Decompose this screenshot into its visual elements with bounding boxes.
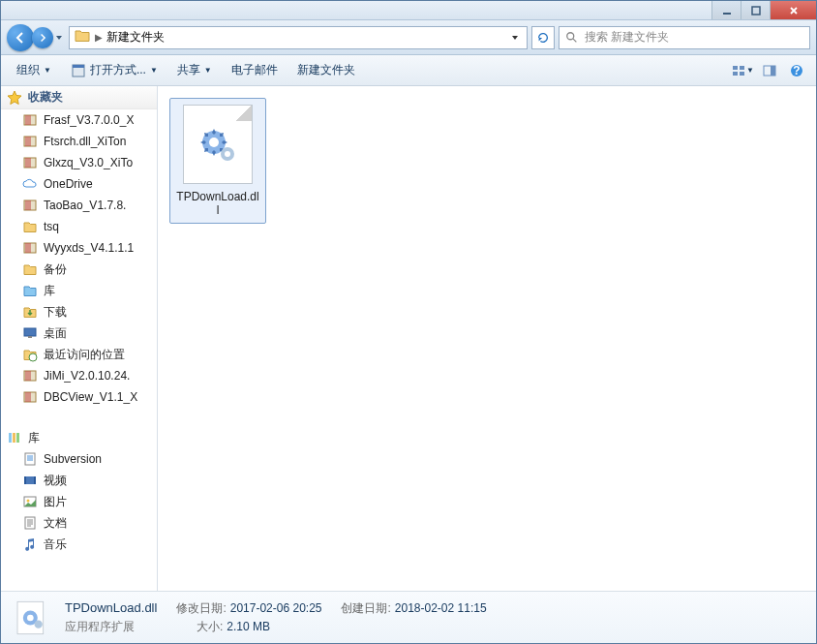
svg-rect-25 (16, 433, 19, 443)
sidebar-item[interactable]: JiMi_V2.0.10.24. (1, 365, 157, 386)
svg-rect-0 (723, 13, 731, 15)
sidebar-item[interactable]: tsq (1, 216, 157, 237)
svg-rect-29 (34, 476, 36, 484)
svg-rect-5 (733, 66, 738, 70)
archive-icon (22, 240, 38, 256)
nav-forward-button[interactable] (32, 27, 53, 48)
sidebar-item[interactable]: 图片 (1, 491, 157, 512)
app-icon (71, 63, 86, 78)
svg-point-34 (209, 138, 219, 147)
archive-icon (22, 368, 38, 383)
nav-history-dropdown[interactable] (53, 28, 65, 47)
details-size: 2.10 MB (227, 620, 270, 633)
file-item[interactable]: TPDownLoad.dll (169, 98, 266, 224)
breadcrumb-dropdown[interactable] (511, 31, 519, 45)
svg-rect-23 (9, 433, 12, 443)
libraries-header[interactable]: 库 (1, 427, 157, 448)
archive-icon (22, 134, 38, 149)
svg-rect-10 (771, 66, 775, 76)
sidebar-item[interactable]: Ftsrch.dll_XiTon (1, 131, 157, 152)
titlebar (1, 1, 816, 20)
content-area[interactable]: TPDownLoad.dll (158, 86, 816, 591)
gear-icon (13, 598, 51, 637)
archive-icon (22, 155, 38, 170)
details-pane: TPDownLoad.dll 修改日期:2017-02-06 20:25 创建日… (1, 591, 816, 643)
sidebar-item[interactable]: Frasf_V3.7.0.0_X (1, 109, 157, 131)
details-modified: 2017-02-06 20:25 (230, 601, 322, 615)
details-filename: TPDownLoad.dll (65, 600, 157, 615)
search-icon (565, 31, 579, 45)
sidebar-item[interactable]: 音乐 (1, 534, 157, 555)
search-placeholder: 搜索 新建文件夹 (585, 29, 669, 46)
sidebar-item[interactable]: Wyyxds_V4.1.1.1 (1, 237, 157, 259)
newfolder-button[interactable]: 新建文件夹 (289, 58, 363, 82)
file-label: TPDownLoad.dll (176, 190, 259, 217)
sidebar-item[interactable]: 最近访问的位置 (1, 344, 157, 365)
cloud-icon (22, 176, 38, 192)
body: 收藏夹 Frasf_V3.7.0.0_X Ftsrch.dll_XiTon Gl… (1, 86, 816, 591)
folder-icon (22, 219, 38, 234)
sidebar-item[interactable]: 下载 (1, 301, 157, 322)
minimize-button[interactable] (711, 1, 741, 19)
explorer-window: ▶ 新建文件夹 搜索 新建文件夹 组织 ▼ 打开方式... ▼ 共享 ▼ 电子邮… (0, 0, 817, 644)
svg-point-40 (35, 620, 43, 628)
breadcrumb[interactable]: ▶ 新建文件夹 (69, 26, 528, 49)
svg-rect-24 (13, 433, 15, 443)
download-icon (22, 304, 38, 320)
sidebar-item[interactable]: 库 (1, 280, 157, 301)
details-filetype: 应用程序扩展 (65, 619, 135, 635)
sidebar-item[interactable]: 桌面 (1, 322, 157, 344)
desktop-icon (22, 325, 38, 341)
chevron-right-icon: ▶ (95, 32, 103, 43)
svg-rect-1 (752, 7, 760, 15)
svg-rect-6 (740, 66, 744, 70)
nav-back-button[interactable] (7, 24, 34, 51)
sidebar-item[interactable]: 备份 (1, 259, 157, 280)
svg-rect-18 (24, 328, 36, 336)
toolbar: 组织 ▼ 打开方式... ▼ 共享 ▼ 电子邮件 新建文件夹 ▼ ? (1, 55, 816, 86)
sidebar-item[interactable]: 文档 (1, 512, 157, 534)
preview-pane-button[interactable] (758, 59, 781, 82)
openwith-button[interactable]: 打开方式... ▼ (63, 58, 166, 82)
svg-rect-7 (733, 72, 738, 76)
search-input[interactable]: 搜索 新建文件夹 (559, 26, 810, 49)
file-thumbnail (183, 105, 253, 184)
sidebar-item[interactable]: Glxzq_V3.0_XiTo (1, 152, 157, 173)
details-created: 2018-02-02 11:15 (395, 601, 487, 615)
help-button[interactable]: ? (785, 59, 808, 82)
sidebar-item[interactable]: 视频 (1, 470, 157, 491)
sidebar-item[interactable]: Subversion (1, 448, 157, 470)
library-icon (22, 283, 38, 298)
folder-icon (22, 261, 38, 277)
svg-rect-28 (24, 476, 26, 484)
svg-rect-8 (740, 72, 744, 76)
svg-rect-19 (28, 336, 32, 338)
close-button[interactable] (770, 1, 816, 19)
address-bar: ▶ 新建文件夹 搜索 新建文件夹 (1, 20, 816, 55)
sidebar-item[interactable]: DBCView_V1.1_X (1, 386, 157, 408)
favorites-header[interactable]: 收藏夹 (1, 86, 157, 109)
svg-point-20 (29, 353, 37, 361)
gear-icon (195, 121, 241, 168)
picture-icon (22, 494, 38, 509)
view-options-button[interactable]: ▼ (731, 59, 754, 82)
archive-icon (22, 389, 38, 405)
maximize-button[interactable] (741, 1, 770, 19)
share-button[interactable]: 共享 ▼ (169, 58, 220, 82)
recent-icon (22, 347, 38, 362)
svg-text:?: ? (793, 64, 800, 77)
sidebar-item[interactable]: TaoBao_V1.7.8. (1, 195, 157, 216)
archive-icon (22, 112, 38, 128)
sidebar: 收藏夹 Frasf_V3.7.0.0_X Ftsrch.dll_XiTon Gl… (1, 86, 158, 591)
music-icon (22, 537, 38, 552)
video-icon (22, 473, 38, 488)
refresh-button[interactable] (531, 26, 555, 49)
document-icon (22, 515, 38, 531)
archive-icon (22, 198, 38, 213)
email-button[interactable]: 电子邮件 (224, 58, 286, 82)
svg-point-2 (567, 32, 574, 39)
sidebar-item[interactable]: OneDrive (1, 173, 157, 195)
libraries-icon (7, 430, 22, 445)
folder-icon (74, 27, 91, 47)
organize-button[interactable]: 组织 ▼ (9, 58, 59, 82)
